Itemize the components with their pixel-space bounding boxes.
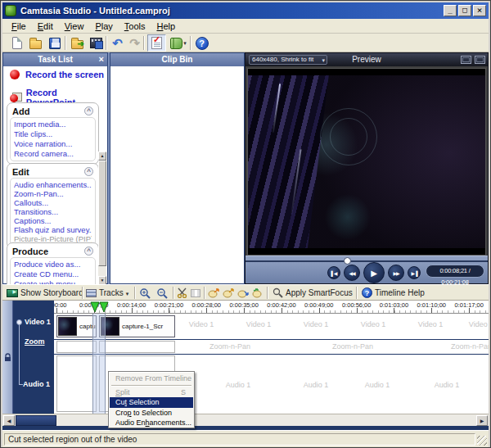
timeline-ruler[interactable]: 0:00:00 0:00:07;00 0:00:14;00 0:00:21;00… [54, 301, 489, 314]
tracks-dropdown-icon [126, 288, 129, 297]
shrink-to-fit-icon[interactable] [461, 56, 471, 64]
record-powerpoint-icon [10, 93, 20, 102]
link-audio-enhancements[interactable]: Audio enhancements... [14, 180, 92, 189]
status-message: Cut selected region out of the video [4, 433, 475, 446]
video-viewport [247, 68, 486, 256]
video-clip-capture-1-scr[interactable]: capture-1_Scr [99, 315, 175, 337]
open-project-icon[interactable] [28, 35, 43, 51]
zoom-in-icon[interactable] [139, 287, 151, 299]
track-label-audio1[interactable]: Audio 1 [23, 380, 50, 388]
produce-collapse-icon[interactable] [84, 247, 93, 256]
zoom-segment[interactable] [99, 341, 175, 353]
preview-size-dropdown[interactable]: 640x480, Shrink to fit [249, 55, 327, 65]
audio-segment[interactable] [56, 355, 97, 412]
add-collapse-icon[interactable] [84, 106, 93, 115]
menu-item-split: Split S [110, 387, 193, 398]
video-clip-capture-1[interactable]: capture-1 [56, 315, 97, 337]
clip-bin-header: Clip Bin [110, 53, 244, 66]
smartfocus-icon [273, 287, 283, 298]
task-list-scrollbar[interactable]: ▲ ▼ [98, 152, 106, 285]
link-voice-narration[interactable]: Voice narration... [14, 139, 92, 149]
menu-play[interactable]: Play [89, 20, 118, 33]
menu-item-crop-to-selection[interactable]: Crop to Selection [110, 408, 193, 419]
menu-help[interactable]: Help [151, 20, 181, 33]
recordings-dropdown-icon[interactable]: ▾ [182, 35, 188, 51]
seek-bar[interactable] [246, 260, 488, 262]
main-toolbar: ➔ ↶ ↷ ▾ ? [2, 34, 489, 52]
play-icon[interactable]: ▶ [363, 262, 385, 283]
preview-header: 640x480, Shrink to fit Preview [246, 53, 488, 66]
title-bar: Camtasia Studio - Untitled.camproj [2, 2, 489, 19]
menu-tools[interactable]: Tools [119, 20, 151, 33]
menu-file[interactable]: File [6, 20, 32, 33]
add-transition-icon[interactable] [237, 287, 249, 299]
produce-group-title: Produce [12, 247, 48, 256]
scroll-right-icon[interactable]: ▶ [476, 415, 488, 426]
lock-icon[interactable] [4, 353, 11, 362]
go-to-end-icon[interactable]: ▶▐ [408, 266, 421, 279]
selection-region[interactable] [92, 314, 106, 414]
track-label-video1[interactable]: Video 1 [25, 318, 51, 326]
timeline-scroll-thumb[interactable] [16, 415, 56, 426]
tracks-dropdown-button[interactable]: Tracks [86, 287, 128, 299]
menu-bar: File Edit View Play Tools Help [2, 19, 489, 34]
link-import-media[interactable]: Import media... [14, 120, 92, 129]
rewind-icon[interactable]: ◀◀ [344, 265, 360, 281]
menu-edit[interactable]: Edit [32, 20, 59, 33]
edit-collapse-icon[interactable] [84, 167, 93, 176]
show-storyboard-button[interactable]: Show Storyboard [7, 287, 83, 299]
link-zoom-n-pan[interactable]: Zoom-n-Pan... [14, 189, 92, 198]
context-menu: Remove From Timeline Split S Cut Selecti… [108, 371, 195, 428]
menu-item-audio-enhancements[interactable]: Audio Enhancements... [110, 418, 193, 428]
seek-thumb[interactable] [344, 257, 351, 265]
add-zoom-pan-icon[interactable] [223, 287, 234, 299]
zoom-track[interactable]: Zoom-n-Pan Zoom-n-Pan Zoom-n-Pan [54, 339, 489, 355]
menu-item-cut-selection[interactable]: Cut Selection [110, 397, 193, 408]
add-callout-icon[interactable] [208, 287, 219, 299]
timeline-hscrollbar[interactable]: ◀ ▶ [2, 414, 489, 426]
import-media-icon[interactable]: ➔ [70, 35, 85, 51]
go-to-start-icon[interactable]: ▌◀ [327, 266, 340, 279]
link-create-cd-menu[interactable]: Create CD menu... [14, 269, 92, 279]
detach-preview-icon[interactable] [475, 56, 485, 64]
playhead-selection-handles[interactable] [90, 301, 110, 314]
produce-video-icon[interactable] [88, 35, 104, 51]
scroll-left-icon[interactable]: ◀ [3, 415, 15, 426]
apply-smartfocus-button[interactable]: Apply SmartFocus [273, 287, 353, 299]
link-produce-video[interactable]: Produce video as... [14, 260, 92, 269]
new-project-icon[interactable] [9, 35, 25, 51]
help-icon[interactable]: ? [194, 35, 209, 51]
track-label-zoom[interactable]: Zoom [25, 337, 45, 346]
camtasia-app-icon [5, 5, 16, 16]
link-flash-quiz[interactable]: Flash quiz and survey... [14, 225, 92, 234]
add-caption-icon[interactable] [252, 287, 264, 299]
scroll-thumb[interactable] [98, 161, 106, 266]
task-list-close-icon[interactable] [99, 53, 104, 66]
maximize-icon[interactable] [458, 5, 471, 16]
timeline-help-button[interactable]: ? Timeline Help [362, 287, 425, 299]
redo-icon: ↷ [127, 35, 142, 51]
timeline: Video 1 Zoom Audio 1 0:00:00 0:00:07;00 … [2, 301, 489, 430]
status-bar: Cut selected region out of the video [2, 430, 489, 447]
zoom-out-icon[interactable] [156, 287, 168, 299]
cut-icon[interactable] [177, 287, 187, 299]
undo-icon[interactable]: ↶ [110, 35, 125, 51]
task-list-toggle-icon[interactable] [147, 34, 166, 52]
preview-panel: 640x480, Shrink to fit Preview ▌◀ ◀◀ [245, 52, 489, 284]
resize-grip-icon[interactable] [477, 436, 487, 446]
minimize-icon[interactable] [444, 5, 457, 16]
link-record-camera[interactable]: Record camera... [14, 149, 92, 159]
link-callouts[interactable]: Callouts... [14, 198, 92, 207]
menu-view[interactable]: View [59, 20, 90, 33]
zoom-segment[interactable] [56, 341, 97, 353]
link-transitions[interactable]: Transitions... [14, 207, 92, 216]
clip-bin-title: Clip Bin [162, 55, 193, 64]
link-captions[interactable]: Captions... [14, 216, 92, 225]
save-project-icon[interactable] [47, 35, 62, 51]
record-screen-button[interactable]: Record the screen [10, 70, 104, 79]
task-list-panel: Task List Record the screen Record Power… [2, 52, 108, 284]
link-title-clips[interactable]: Title clips... [14, 129, 92, 139]
close-icon[interactable] [473, 5, 486, 16]
fast-forward-icon[interactable]: ▶▶ [388, 265, 404, 281]
scroll-up-icon[interactable]: ▲ [98, 152, 106, 161]
